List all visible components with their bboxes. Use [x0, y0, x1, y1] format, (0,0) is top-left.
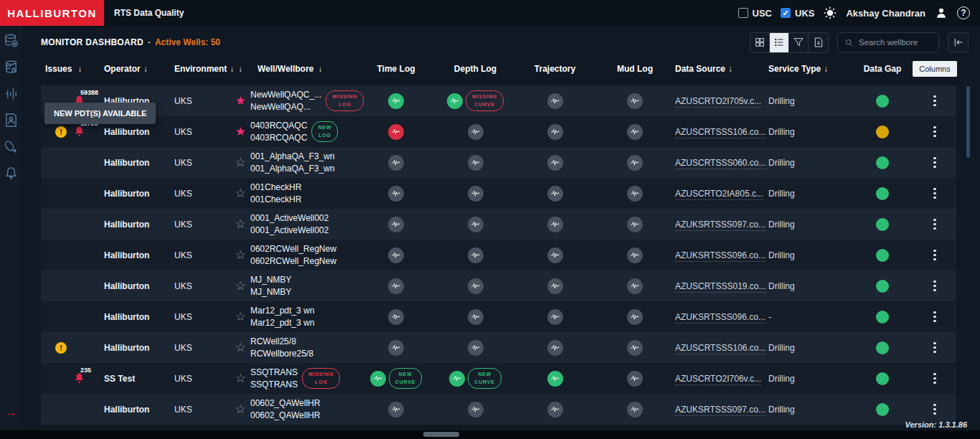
wellbore-name[interactable]: 001_AlphaQA_F3_wn: [250, 163, 334, 174]
trajectory-status-icon[interactable]: [547, 247, 563, 263]
well-name[interactable]: MJ_NMBY: [250, 274, 291, 285]
mud-log-status-icon[interactable]: [627, 340, 643, 356]
mud-log-status-icon[interactable]: [627, 186, 643, 202]
uks-checkbox[interactable]: ✓: [781, 8, 791, 18]
well-wellbore-cell[interactable]: SSQTRANS SSQTRANS MISSING LOG: [250, 367, 357, 390]
mud-log-status-icon[interactable]: [627, 217, 643, 232]
favorite-star-icon[interactable]: ★: [235, 126, 245, 138]
mud-log-status-icon[interactable]: [627, 402, 643, 417]
row-menu-button[interactable]: [930, 93, 939, 110]
row-menu-button[interactable]: [930, 278, 939, 295]
table-row[interactable]: ! Halliburton UKS ☆ 0001_ActiveWell002 0…: [41, 209, 956, 240]
mud-log-status-icon[interactable]: [627, 247, 643, 263]
trajectory-status-icon[interactable]: [547, 217, 563, 232]
time-log-status-icon[interactable]: [388, 93, 404, 109]
depth-log-status-icon[interactable]: [468, 340, 484, 356]
column-header-data-source[interactable]: Data Source↓: [675, 64, 758, 74]
wellbore-name[interactable]: SSQTRANS: [250, 379, 298, 390]
data-source-value[interactable]: AZUSCRTO2I705v.c...: [675, 96, 761, 108]
time-log-status-icon[interactable]: [388, 186, 404, 202]
well-name[interactable]: 001_AlphaQA_F3_wn: [250, 151, 334, 162]
warning-icon[interactable]: !: [55, 126, 67, 138]
wellbore-name[interactable]: Mar12_pdt_3 wn: [250, 317, 314, 329]
wellbore-name[interactable]: 0403RCQAQC: [250, 132, 307, 143]
time-log-status-icon[interactable]: [388, 155, 404, 171]
mud-log-status-icon[interactable]: [627, 371, 643, 387]
favorite-star-icon[interactable]: ☆: [235, 403, 245, 415]
sidebar-item-notifications[interactable]: [3, 165, 19, 181]
well-name[interactable]: 0602RCWell_RegNew: [250, 243, 336, 255]
data-source-value[interactable]: AZUKSRTSSS097.co...: [675, 405, 765, 416]
table-row[interactable]: ! 59388 Halliburton UKS ★ NewWellQAQC_..…: [41, 85, 956, 116]
sidebar-item-analytics[interactable]: [3, 85, 19, 101]
favorite-star-icon[interactable]: ☆: [235, 249, 245, 261]
well-wellbore-cell[interactable]: 0403RCQAQC 0403RCQAQC NEW LOG: [250, 120, 357, 143]
favorite-star-icon[interactable]: ☆: [235, 341, 245, 354]
expand-sidebar-arrow-icon[interactable]: →: [4, 405, 18, 420]
well-name[interactable]: NewWellQAQC_...: [250, 89, 321, 100]
sidebar-item-reports[interactable]: [3, 112, 19, 128]
column-header-environment[interactable]: Environment↓: [156, 64, 230, 74]
trajectory-status-icon[interactable]: [547, 93, 563, 109]
user-name[interactable]: Akshay Chandran: [846, 8, 925, 19]
well-wellbore-cell[interactable]: 001CheckHR 001CheckHR: [250, 181, 357, 204]
mud-log-status-icon[interactable]: [627, 155, 643, 171]
time-log-status-icon[interactable]: [388, 124, 404, 140]
time-log-status-icon[interactable]: [388, 217, 404, 232]
depth-log-status-icon[interactable]: [468, 124, 484, 140]
row-menu-button[interactable]: [930, 247, 939, 264]
well-wellbore-cell[interactable]: 001_AlphaQA_F3_wn 001_AlphaQA_F3_wn: [250, 151, 357, 174]
column-header-depth-log[interactable]: Depth Log: [435, 64, 515, 74]
data-source-value[interactable]: AZUSCRTSSS019.co...: [675, 281, 766, 293]
data-source-value[interactable]: AZUSCRTSSS106.co...: [675, 343, 766, 354]
favorite-star-icon[interactable]: ☆: [235, 311, 245, 323]
depth-log-status-icon[interactable]: [468, 217, 484, 232]
wellbore-name[interactable]: 00602_QAWellHR: [250, 410, 320, 421]
column-header-trajectory[interactable]: Trajectory: [515, 64, 595, 74]
data-source-value[interactable]: AZUKSRTSSS097.co...: [675, 220, 765, 231]
well-name[interactable]: 0403RCQAQC: [250, 120, 307, 131]
wellbore-search[interactable]: [837, 32, 939, 52]
row-menu-button[interactable]: [930, 401, 939, 418]
column-header-time-log[interactable]: Time Log: [357, 64, 435, 74]
well-name[interactable]: 00602_QAWellHR: [250, 397, 320, 409]
export-pdf-button[interactable]: [809, 33, 828, 52]
trajectory-status-icon[interactable]: [547, 186, 563, 202]
time-log-status-icon[interactable]: [388, 309, 404, 325]
columns-button[interactable]: Columns: [913, 61, 956, 77]
column-header-issues[interactable]: Issues↓: [41, 64, 104, 74]
depth-log-status-icon[interactable]: [468, 402, 484, 417]
well-wellbore-cell[interactable]: RCWell25/8 RCWellbore25/8: [250, 336, 357, 359]
favorite-star-icon[interactable]: ☆: [235, 156, 245, 169]
usc-checkbox[interactable]: [738, 8, 748, 18]
list-view-button[interactable]: [770, 33, 789, 52]
table-row[interactable]: ! 235 SS Test UKS ☆ SSQTRANS SSQTRANS MI…: [41, 363, 956, 394]
depth-log-status-icon[interactable]: [468, 278, 484, 294]
favorite-star-icon[interactable]: ☆: [235, 187, 245, 199]
search-input[interactable]: [859, 38, 932, 47]
user-profile-icon[interactable]: [934, 6, 948, 20]
theme-sun-icon[interactable]: [823, 6, 837, 20]
row-menu-button[interactable]: [930, 154, 939, 171]
sidebar-item-connections[interactable]: [3, 138, 19, 154]
wellbore-name[interactable]: RCWellbore25/8: [250, 348, 314, 359]
depth-log-status-icon[interactable]: [468, 155, 484, 171]
time-log-status-icon[interactable]: [388, 247, 404, 263]
column-header-well-wellbore[interactable]: Well/Wellbore↓: [250, 64, 357, 74]
data-source-value[interactable]: AZUSCRTSSS060.co...: [675, 158, 766, 169]
well-name[interactable]: RCWell25/8: [250, 336, 314, 347]
column-header-favorite[interactable]: ↓: [230, 64, 250, 74]
alert-bell-icon[interactable]: 235: [72, 372, 87, 386]
sidebar-item-data-quality[interactable]: [3, 32, 19, 48]
table-row[interactable]: ! 11723 Halliburton UKS ★ 0403RCQAQC 040…: [41, 116, 956, 147]
wellbore-name[interactable]: 0602RCWell_RegNew: [250, 255, 336, 267]
data-source-value[interactable]: AZUSCRTO2IA805.c...: [675, 189, 763, 200]
uks-checkbox-group[interactable]: ✓ UKS: [781, 8, 814, 19]
help-icon[interactable]: ?: [957, 6, 970, 19]
well-name[interactable]: 001CheckHR: [250, 181, 301, 193]
depth-log-status-icon[interactable]: [468, 309, 484, 325]
trajectory-status-icon[interactable]: [547, 402, 563, 417]
table-row[interactable]: ! Halliburton UKS ☆ RCWell25/8 RCWellbor…: [41, 332, 956, 363]
well-wellbore-cell[interactable]: 0602RCWell_RegNew 0602RCWell_RegNew: [250, 243, 357, 266]
depth-log-status-icon[interactable]: [468, 247, 484, 263]
